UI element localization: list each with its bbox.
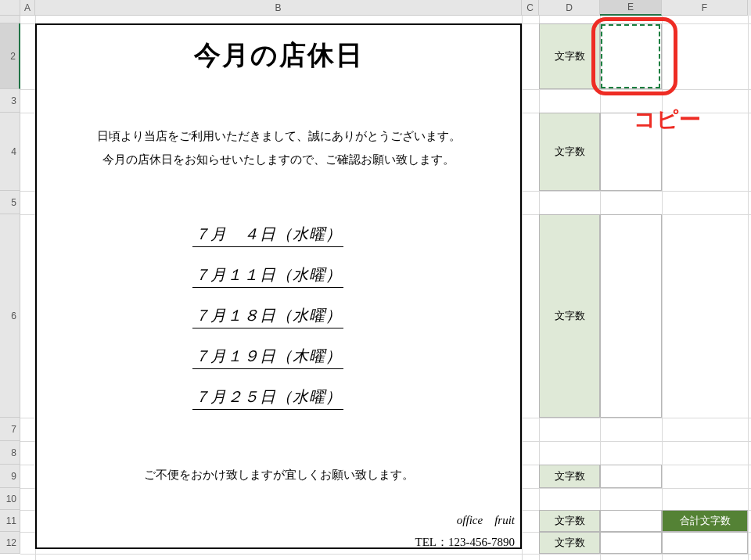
col-header-E[interactable]: E (600, 0, 662, 16)
row-header-3[interactable]: 3 (0, 89, 20, 113)
col-header-C[interactable]: C (522, 0, 539, 16)
row-header-11[interactable]: 11 (0, 510, 20, 532)
holiday-5: ７月２５日（水曜） (192, 386, 343, 410)
col-header-B[interactable]: B (35, 0, 522, 16)
column-headers: A B C D E F (0, 0, 751, 16)
tel-number: TEL：123-456-7890 (35, 535, 515, 550)
cell-D11-label[interactable]: 文字数 (539, 510, 600, 532)
callout-label: コピー (634, 105, 701, 135)
row-header-5[interactable]: 5 (0, 191, 20, 214)
row-headers: 2 3 4 5 6 7 8 9 10 11 12 (0, 16, 20, 554)
office-name: office fruit (35, 513, 515, 528)
cells-area[interactable]: 今月の店休日 日頃より当店をご利用いただきまして、誠にありがとうございます。 今… (20, 16, 751, 560)
row-header-8[interactable]: 8 (0, 441, 20, 465)
holiday-2: ７月１１日（水曜） (192, 264, 343, 288)
select-all-corner[interactable] (0, 0, 20, 16)
cell-E6[interactable] (600, 214, 662, 418)
row-header-7[interactable]: 7 (0, 418, 20, 441)
row-header-6[interactable]: 6 (0, 214, 20, 418)
row-header-1[interactable] (0, 16, 20, 23)
cell-D6-label[interactable]: 文字数 (539, 214, 600, 418)
greeting-line-2: 今月の店休日をお知らせいたしますので、ご確認お願い致します。 (35, 153, 522, 167)
holiday-1: ７月 ４日（水曜） (192, 224, 343, 247)
greeting-line-1: 日頃より当店をご利用いただきまして、誠にありがとうございます。 (35, 129, 522, 144)
footer-note: ご不便をおかけ致しますが宜しくお願い致します。 (35, 468, 522, 483)
row-header-4[interactable]: 4 (0, 113, 20, 191)
spreadsheet-grid: A B C D E F 2 3 4 5 6 7 8 9 10 11 12 (0, 0, 751, 560)
cell-E9[interactable] (600, 465, 662, 488)
cell-E11[interactable] (600, 510, 662, 532)
row-header-12[interactable]: 12 (0, 532, 20, 554)
cell-D12-label[interactable]: 文字数 (539, 532, 600, 554)
col-header-D[interactable]: D (539, 0, 600, 16)
cell-F12[interactable] (662, 532, 748, 554)
row-header-2[interactable]: 2 (0, 23, 20, 89)
row-header-9[interactable]: 9 (0, 465, 20, 488)
cell-D4-label[interactable]: 文字数 (539, 113, 600, 191)
cell-F11-total-label[interactable]: 合計文字数 (662, 510, 748, 532)
col-header-F[interactable]: F (662, 0, 748, 16)
callout-rect (591, 17, 677, 95)
holiday-4: ７月１９日（木曜） (192, 346, 343, 369)
col-header-A[interactable]: A (20, 0, 35, 16)
holiday-3: ７月１８日（水曜） (192, 305, 343, 328)
cell-E12[interactable] (600, 532, 662, 554)
row-header-10[interactable]: 10 (0, 488, 20, 510)
document-title: 今月の店休日 (35, 38, 522, 74)
cell-D9-label[interactable]: 文字数 (539, 465, 600, 488)
